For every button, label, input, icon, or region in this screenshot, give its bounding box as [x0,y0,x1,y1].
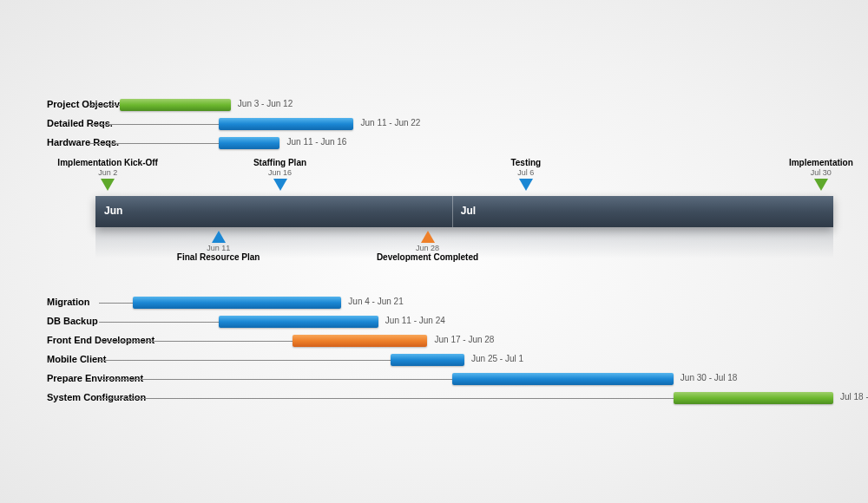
task-bar [391,354,464,366]
milestone-date: Jun 2 [56,168,160,177]
milestone: Staffing PlanJun 16 [228,158,332,191]
milestone-date: Jun 16 [228,168,332,177]
task-bar [219,316,378,328]
task-range: Jun 25 - Jul 1 [471,354,523,363]
milestone: Jun 11Final Resource Plan [167,229,271,262]
task-range: Jun 17 - Jun 28 [435,335,495,344]
task-connector [89,143,219,144]
timeline-axis: Jun Jul [95,196,833,227]
task-connector [89,124,219,125]
milestone-marker-icon [212,231,226,243]
milestone-marker-icon [273,179,287,191]
milestone-title: Staffing Plan [228,158,332,167]
task-connector [99,360,391,361]
task-label: DB Backup [47,316,98,326]
task-connector [89,105,120,106]
task-label: Hardware Reqs. [47,137,119,147]
task-bar [120,99,231,111]
task-connector [99,379,452,380]
task-range: Jun 30 - Jul 18 [681,373,738,382]
task-range: Jun 4 - Jun 21 [348,297,403,306]
milestone-title: Implementation Kick-Off [56,158,160,167]
month-label-jul: Jul [461,205,476,217]
milestone-date: Jul 6 [474,168,578,177]
milestone-title: Implementation [769,158,868,167]
task-label: Mobile Client [47,354,106,364]
milestone-title: Development Completed [376,252,480,262]
milestone-date: Jul 30 [769,168,868,177]
task-bar [452,373,674,385]
month-divider [452,196,453,227]
month-label-jun: Jun [104,205,122,217]
milestone-date: Jun 11 [167,244,271,252]
milestone-marker-icon [421,231,435,243]
task-connector [99,341,293,342]
milestone-marker-icon [101,179,115,191]
task-connector [99,303,133,304]
task-bar [133,297,342,309]
task-connector [99,322,219,323]
task-bar [674,392,833,404]
milestone: ImplementationJul 30 [769,158,868,191]
task-range: Jun 11 - Jun 24 [385,316,445,325]
milestone-title: Testing [474,158,578,167]
task-label: Migration [47,297,90,307]
gantt-chart: Project ObjectivesJun 3 - Jun 12Detailed… [0,0,868,503]
task-label: Project Objectives [47,99,130,109]
task-range: Jun 3 - Jun 12 [238,99,293,108]
milestone: TestingJul 6 [474,158,578,191]
task-range: Jun 11 - Jun 16 [287,137,347,147]
milestone: Jun 28Development Completed [376,229,480,262]
task-label: Detailed Reqs. [47,118,113,128]
task-bar [293,335,428,347]
milestone-title: Final Resource Plan [167,252,271,262]
task-label: Front End Development [47,335,155,345]
milestone-date: Jun 28 [376,244,480,252]
task-range: Jun 11 - Jun 22 [361,118,421,127]
task-bar [219,118,354,130]
milestone-marker-icon [519,179,533,191]
task-label: System Configuration [47,392,146,402]
task-label: Prepare Environment [47,373,143,383]
task-bar [219,137,280,149]
task-range: Jul 18 - Jul 31 [840,392,868,402]
milestone: Implementation Kick-OffJun 2 [56,158,160,191]
task-connector [99,398,674,399]
milestone-marker-icon [814,179,828,191]
